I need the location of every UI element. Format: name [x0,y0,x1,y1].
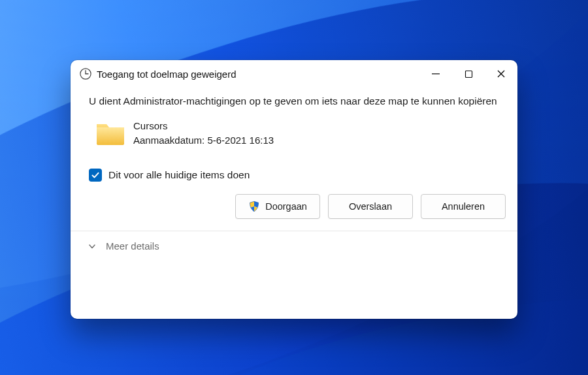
chevron-down-icon[interactable] [88,242,97,251]
target-folder-row: Cursors Aanmaakdatum: 5-6-2021 16:13 [89,119,499,150]
apply-all-checkbox[interactable] [89,169,102,182]
continue-button[interactable]: Doorgaan [235,194,320,219]
folder-icon [95,120,125,150]
minimize-button[interactable] [419,60,452,88]
maximize-button[interactable] [452,60,485,88]
dialog-button-row: Doorgaan Overslaan Annuleren [71,182,517,219]
close-button[interactable] [485,60,517,88]
dialog-message: U dient Administrator-machtigingen op te… [89,94,499,108]
dialog-footer: Meer details [71,231,517,252]
folder-name: Cursors [133,119,274,133]
skip-button[interactable]: Overslaan [328,194,413,219]
continue-button-label: Doorgaan [265,201,307,212]
apply-all-row: Dit voor alle huidige items doen [89,168,499,182]
uac-shield-icon [248,201,260,212]
skip-button-label: Overslaan [349,201,392,212]
cancel-button[interactable]: Annuleren [421,194,506,219]
titlebar: Toegang tot doelmap geweigerd [71,60,517,88]
dialog-body: U dient Administrator-machtigingen op te… [71,88,517,182]
folder-created-date: Aanmaakdatum: 5-6-2021 16:13 [133,133,274,148]
cancel-button-label: Annuleren [442,201,485,212]
apply-all-label: Dit voor alle huidige items doen [108,168,250,182]
clock-icon [80,68,91,80]
more-details-link[interactable]: Meer details [106,240,159,252]
dialog-title: Toegang tot doelmap geweigerd [97,69,419,80]
svg-rect-4 [465,71,472,77]
access-denied-dialog: Toegang tot doelmap geweigerd U dient Ad… [71,60,517,319]
folder-meta: Cursors Aanmaakdatum: 5-6-2021 16:13 [133,119,274,148]
